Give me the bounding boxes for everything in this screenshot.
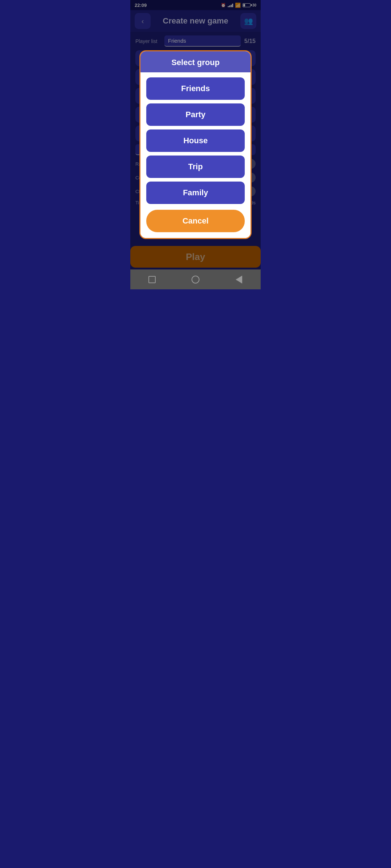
group-option-family[interactable]: Family (146, 182, 245, 204)
cancel-button[interactable]: Cancel (146, 210, 245, 232)
modal-header: Select group (140, 51, 251, 72)
group-label-trip: Trip (188, 162, 203, 171)
group-option-friends[interactable]: Friends (146, 77, 245, 100)
select-group-modal: Select group Friends Party House Trip Fa… (139, 50, 252, 239)
modal-body: Friends Party House Trip Family (140, 72, 251, 204)
group-option-house[interactable]: House (146, 129, 245, 152)
group-label-party: Party (185, 110, 205, 119)
group-label-house: House (183, 136, 207, 145)
modal-title: Select group (171, 58, 219, 67)
modal-overlay: Select group Friends Party House Trip Fa… (130, 0, 261, 289)
group-option-trip[interactable]: Trip (146, 156, 245, 178)
group-label-friends: Friends (181, 84, 210, 93)
modal-footer: Cancel (140, 204, 251, 238)
group-option-party[interactable]: Party (146, 103, 245, 126)
group-label-family: Family (183, 188, 208, 197)
